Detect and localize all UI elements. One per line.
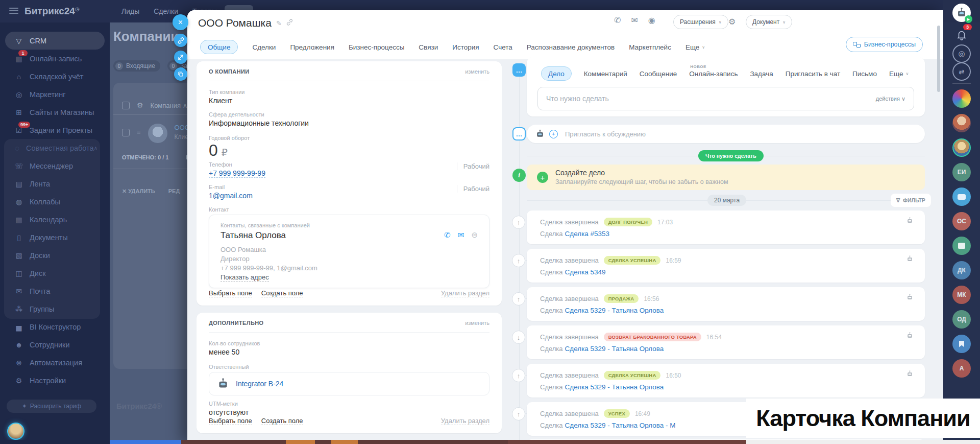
chat-avatar[interactable] <box>952 188 971 206</box>
sidebar-item[interactable]: ▤ Лента <box>5 175 105 193</box>
timeline-card[interactable]: Сделка завершена СДЕЛКА УСПЕШНА 16:50 <box>527 364 925 398</box>
responsible-user-link[interactable]: Integrator B-24 <box>236 380 283 388</box>
link-icon[interactable] <box>174 34 187 47</box>
sidebar-item[interactable]: ◍ Коллабы <box>5 193 105 211</box>
sidebar-item[interactable]: ▯ Документы <box>5 228 105 246</box>
create-field-link[interactable]: Создать поле <box>261 417 303 425</box>
edit-pencil-icon[interactable]: ✎ <box>276 19 282 27</box>
todo-input[interactable]: Что нужно сделать действия ∨ <box>537 87 914 110</box>
top-nav-item[interactable]: Сделки <box>154 7 178 15</box>
delete-action[interactable]: ✕ УДАЛИТЬ <box>122 188 155 195</box>
user-avatar[interactable] <box>7 423 24 440</box>
choose-field-link[interactable]: Выбрать поле <box>209 289 252 297</box>
mail-icon[interactable]: ✉ <box>631 15 638 25</box>
expand-icon[interactable] <box>174 51 187 64</box>
create-field-link[interactable]: Создать поле <box>261 289 303 297</box>
choose-field-link[interactable]: Выбрать поле <box>209 417 252 425</box>
todo-hint-pill[interactable]: Что нужно сделать <box>698 150 764 161</box>
composer-tab[interactable]: Комментарий <box>584 70 627 78</box>
timeline-card[interactable]: Сделка завершена ПРОДАЖА 16:56 <box>527 287 925 321</box>
scrollbar[interactable] <box>937 26 940 92</box>
card-tab[interactable]: Распознавание документов <box>527 43 615 51</box>
menu-burger-icon[interactable] <box>9 8 18 14</box>
upgrade-plan-button[interactable]: ✦Расширить тариф <box>7 400 96 413</box>
timeline-card[interactable]: Сделка завершена ВОЗВРАТ БРАКОВАННОГО ТО… <box>527 325 925 359</box>
filter-button[interactable]: ∇ФИЛЬТР <box>891 194 931 207</box>
chat-avatar[interactable]: ЕИ <box>952 163 971 181</box>
card-tab[interactable]: Связи <box>419 43 438 51</box>
deal-link[interactable]: Сделка #5353 <box>565 230 610 238</box>
close-icon[interactable]: × <box>173 14 188 30</box>
sidebar-item[interactable]: ⁂ Группы <box>5 300 105 318</box>
composer-tab[interactable]: Письмо <box>852 70 877 78</box>
sidebar-item[interactable]: ⊞ Сайты и Магазины <box>5 103 105 121</box>
sidebar-item[interactable]: ☻ Сотрудники <box>5 336 105 354</box>
copy-icon[interactable] <box>174 67 187 81</box>
invite-discussion-bar[interactable]: + Пригласить к обсуждению <box>527 125 925 143</box>
sidebar-item[interactable]: ⊛ Автоматизация <box>5 354 105 371</box>
chat-avatar[interactable] <box>952 89 971 108</box>
top-nav-item[interactable]: Лиды <box>121 7 139 15</box>
assistant-robot-avatar[interactable]: ▶ <box>952 4 971 22</box>
column-header[interactable]: Компания ∧ <box>151 102 188 109</box>
deal-link[interactable]: Сделка 5329 - Татьяна Орлова <box>565 345 664 353</box>
timeline-card[interactable]: Сделка завершена ДОЛГ ПОЛУЧЕН 17:03 <box>527 211 925 244</box>
table-row[interactable]: ≡ ООО Р Клиент <box>122 124 196 143</box>
chat-icon[interactable]: ⊜ <box>471 230 478 240</box>
delete-section-link[interactable]: Удалить раздел <box>441 289 489 297</box>
counter-pill-incoming[interactable]: 0Входящие <box>113 60 160 72</box>
sidebar-item[interactable]: ▧ Доски <box>5 246 105 264</box>
composer-tab[interactable]: Задача <box>750 70 773 78</box>
chat-avatar[interactable]: ОС <box>952 212 971 230</box>
edit-action[interactable]: РЕД <box>168 188 180 195</box>
copy-link-icon[interactable] <box>286 19 293 27</box>
composer-tab[interactable]: Сообщение <box>640 70 677 78</box>
sidebar-item[interactable]: ◎ Маркетинг <box>5 85 105 103</box>
edit-link[interactable]: изменить <box>465 320 489 326</box>
card-tab[interactable]: Общие <box>200 40 238 54</box>
call-icon[interactable]: ✆ <box>444 230 451 240</box>
contact-name-link[interactable]: Татьяна Орлова <box>220 230 286 241</box>
card-tab[interactable]: Сделки <box>252 43 276 51</box>
card-tab[interactable]: Предложения <box>290 43 334 51</box>
chat-avatar[interactable] <box>952 114 971 132</box>
extensions-select[interactable]: Расширения∨ <box>673 15 728 29</box>
card-tab[interactable]: Бизнес-процессы <box>349 43 404 51</box>
copilot-icon[interactable]: ◎ <box>952 44 971 63</box>
sidebar-item[interactable]: ☏ Мессенджер <box>5 157 105 175</box>
sidebar-item[interactable]: ⚙ Настройки <box>5 371 105 389</box>
phone-icon[interactable]: ✆ <box>614 15 621 25</box>
drag-handle-icon[interactable]: ≡ <box>137 129 141 135</box>
composer-tab[interactable]: Дело <box>541 66 572 81</box>
actions-dropdown[interactable]: действия ∨ <box>876 96 905 102</box>
card-tab[interactable]: История <box>452 43 479 51</box>
edit-link[interactable]: изменить <box>465 68 489 75</box>
sidebar-item[interactable]: ▥ 1 Онлайн-запись <box>5 50 105 67</box>
deal-link[interactable]: Сделка 5329 - Татьяна Орлова - М <box>565 422 676 429</box>
composer-tab[interactable]: Еще∨ <box>889 70 909 78</box>
card-tab[interactable]: Еще∨ <box>685 43 705 51</box>
sidebar-item[interactable]: ⌂ Складской учёт <box>5 67 105 85</box>
email-link[interactable]: 1@gmail.com <box>209 192 253 200</box>
settings-gear-icon[interactable]: ⚙ <box>728 17 736 27</box>
sidebar-item[interactable]: ▅ BI Конструктор <box>5 318 105 336</box>
chat-avatar[interactable] <box>952 335 971 353</box>
sidebar-item[interactable]: ▽ CRM <box>5 32 105 50</box>
card-tab[interactable]: Счета <box>494 43 512 51</box>
timeline-card[interactable]: Сделка завершена СДЕЛКА УСПЕШНА 16:59 <box>527 249 925 283</box>
mail-icon[interactable]: ✉ <box>458 230 464 240</box>
card-tab[interactable]: Маркетплейс <box>629 43 671 51</box>
chat-avatar[interactable] <box>952 237 971 255</box>
deal-link[interactable]: Сделка 5329 - Татьяна Орлова <box>565 307 664 314</box>
chat-avatar[interactable]: А <box>952 359 971 378</box>
chat-icon[interactable]: ◉ <box>648 15 655 25</box>
composer-tab[interactable]: Пригласить в чат <box>786 70 840 78</box>
composer-tab[interactable]: НОВОЕ Онлайн-запись <box>689 70 738 78</box>
chat-avatar[interactable] <box>952 138 971 157</box>
sidebar-item[interactable]: ✉ Почта <box>5 282 105 300</box>
grid-settings-gear-icon[interactable]: ⚙ <box>137 101 143 109</box>
deal-link[interactable]: Сделка 5349 <box>565 268 606 276</box>
chat-avatar[interactable]: МК <box>952 286 971 304</box>
select-all-checkbox[interactable] <box>122 102 130 109</box>
sidebar-item[interactable]: ▦ Календарь <box>5 211 105 228</box>
